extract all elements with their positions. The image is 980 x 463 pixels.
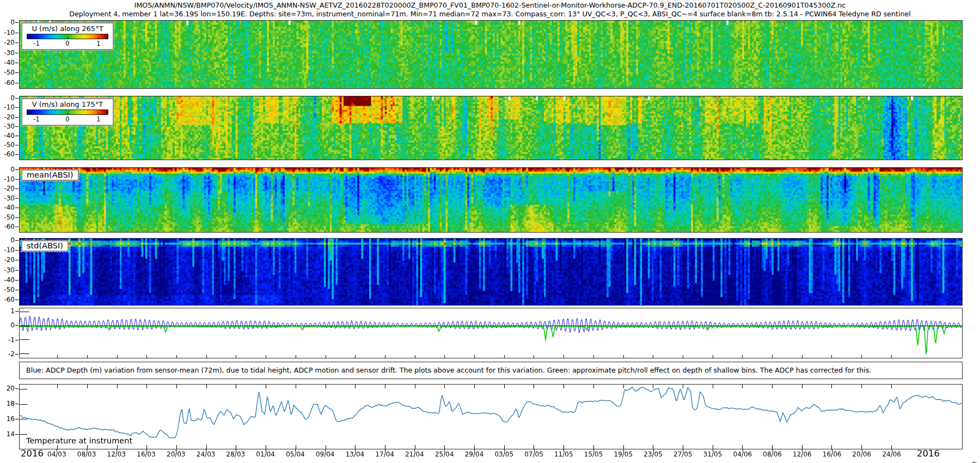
v-velocity-colorbar-legend: V (m/s) along 175°T -1 0 1 bbox=[21, 98, 114, 126]
u-legend-colorbar-wrap: -1 0 1 bbox=[27, 34, 108, 47]
x-tick-mark bbox=[623, 449, 624, 452]
u-velocity-colorbar-legend: U (m/s) along 265°T -1 0 1 bbox=[21, 22, 114, 50]
y-tick-mark bbox=[15, 169, 19, 170]
y-tick-mark bbox=[15, 354, 19, 355]
y-tick-mark bbox=[15, 290, 19, 290]
y-tick-mark bbox=[15, 63, 19, 63]
x-tick-mark bbox=[713, 449, 713, 452]
y-tick-label: -50 bbox=[0, 214, 15, 221]
x-tick-label: 24/03 bbox=[197, 450, 216, 458]
x-tick-label: 09/04 bbox=[316, 450, 335, 458]
x-tick-label: 19/05 bbox=[614, 450, 633, 458]
y-tick-mark bbox=[15, 300, 19, 300]
y-tick-mark bbox=[15, 33, 19, 33]
x-tick-label: 04/03 bbox=[47, 450, 66, 458]
y-tick-mark bbox=[15, 260, 19, 260]
y-tick-label: 1 bbox=[0, 307, 15, 315]
v-legend-tick-neg1: -1 bbox=[33, 115, 39, 123]
y-tick-label: -50 bbox=[0, 141, 15, 149]
y-tick-label: 0 bbox=[0, 166, 15, 173]
y-tick-label: 0 bbox=[0, 19, 15, 26]
v-legend-tick-zero: 0 bbox=[65, 115, 69, 123]
y-tick-label: -50 bbox=[0, 286, 15, 294]
temperature-panel-label: Temperature at instrument bbox=[26, 436, 132, 445]
y-tick-label: -40 bbox=[0, 132, 15, 139]
x-tick-mark bbox=[325, 449, 326, 452]
y-tick-mark bbox=[15, 154, 19, 155]
v-velocity-heatmap-canvas bbox=[20, 96, 962, 160]
x-tick-mark bbox=[176, 449, 176, 452]
x-axis-year-left: 2016 bbox=[21, 448, 44, 459]
x-tick-label: 21/04 bbox=[405, 450, 424, 458]
temperature-line-panel: Temperature at instrument bbox=[19, 384, 963, 449]
x-tick-mark bbox=[295, 449, 296, 452]
y-tick-mark bbox=[15, 145, 19, 145]
y-tick-mark bbox=[15, 72, 19, 73]
y-tick-label: -10 bbox=[0, 175, 15, 183]
y-tick-mark bbox=[15, 117, 19, 118]
y-tick-label: 16 bbox=[0, 415, 15, 423]
u-legend-title: U (m/s) along 265°T bbox=[27, 25, 108, 34]
x-tick-mark bbox=[862, 449, 862, 452]
y-tick-mark bbox=[15, 404, 19, 404]
x-tick-label: 24/06 bbox=[882, 450, 901, 458]
y-tick-label: -40 bbox=[0, 276, 15, 284]
y-tick-label: -20 bbox=[0, 256, 15, 264]
v-legend-colorbar bbox=[27, 109, 108, 115]
x-tick-mark bbox=[534, 449, 535, 452]
y-tick-label: -10 bbox=[0, 246, 15, 254]
x-tick-mark bbox=[414, 449, 415, 452]
x-tick-mark bbox=[236, 449, 236, 452]
y-tick-mark bbox=[15, 270, 19, 271]
figure-title-line1: IMOS/ANMN/NSW/BMP070/Velocity/IMOS_ANMN-… bbox=[0, 1, 980, 9]
y-tick-label: -60 bbox=[0, 150, 15, 158]
y-tick-mark bbox=[15, 98, 19, 99]
x-tick-label: 13/04 bbox=[346, 450, 365, 458]
x-tick-mark bbox=[892, 449, 892, 452]
temperature-line-canvas bbox=[20, 385, 962, 449]
x-tick-mark bbox=[593, 449, 594, 452]
x-tick-mark bbox=[57, 449, 57, 452]
x-tick-label: 16/06 bbox=[823, 450, 842, 458]
x-tick-label: 17/04 bbox=[375, 450, 394, 458]
x-tick-label: 03/05 bbox=[494, 450, 513, 458]
x-tick-mark bbox=[773, 449, 773, 452]
depth-variation-line-canvas bbox=[20, 308, 962, 358]
y-tick-mark bbox=[15, 388, 19, 389]
figure-title-line2: Deployment 4, member 1 lat=36.19S lon=15… bbox=[0, 10, 980, 18]
u-velocity-heatmap-canvas bbox=[20, 21, 962, 88]
y-tick-label: -2 bbox=[0, 350, 15, 358]
depth-variation-caption: Blue: ADCP Depth (m) variation from sens… bbox=[19, 362, 963, 379]
u-velocity-heatmap-panel: U (m/s) along 265°T -1 0 1 bbox=[19, 20, 963, 89]
u-legend-tick-pos1: 1 bbox=[96, 40, 100, 47]
u-legend-tick-neg1: -1 bbox=[33, 40, 39, 47]
y-tick-mark bbox=[15, 227, 19, 227]
y-tick-mark bbox=[15, 208, 19, 208]
x-tick-label: 12/03 bbox=[107, 450, 126, 458]
y-tick-label: -40 bbox=[0, 204, 15, 211]
y-tick-label: -30 bbox=[0, 123, 15, 130]
x-tick-label: 28/03 bbox=[226, 450, 246, 458]
x-tick-label: 01/04 bbox=[256, 450, 275, 458]
y-tick-label: 0 bbox=[0, 236, 15, 244]
u-legend-tick-zero: 0 bbox=[65, 40, 69, 47]
y-tick-label: -30 bbox=[0, 194, 15, 202]
u-legend-colorbar bbox=[27, 34, 108, 39]
y-tick-mark bbox=[15, 83, 19, 83]
y-tick-mark bbox=[15, 198, 19, 199]
y-tick-mark bbox=[15, 340, 19, 340]
y-tick-mark bbox=[15, 419, 19, 419]
x-tick-label: 29/04 bbox=[465, 450, 484, 458]
x-tick-mark bbox=[743, 449, 743, 452]
x-tick-label: 23/05 bbox=[644, 450, 663, 458]
y-tick-label: -10 bbox=[0, 103, 15, 111]
y-tick-label: -60 bbox=[0, 79, 15, 87]
v-velocity-heatmap-panel: V (m/s) along 175°T -1 0 1 bbox=[19, 96, 963, 160]
y-tick-mark bbox=[15, 250, 19, 251]
y-tick-mark bbox=[15, 325, 19, 326]
x-tick-label: 15/05 bbox=[584, 450, 603, 458]
y-tick-label: -30 bbox=[0, 266, 15, 274]
y-tick-mark bbox=[15, 42, 19, 43]
y-tick-label: 0 bbox=[0, 321, 15, 329]
x-tick-mark bbox=[444, 449, 445, 452]
